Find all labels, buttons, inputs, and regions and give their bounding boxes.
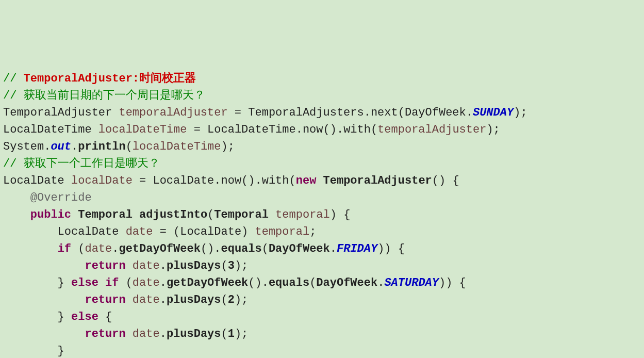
code-token: getDayOfWeek bbox=[167, 276, 248, 289]
code-token: System. bbox=[3, 140, 51, 153]
code-token: // 获取下一个工作日是哪天？ bbox=[3, 157, 160, 170]
code-token: else bbox=[71, 311, 98, 323]
code-token: LocalDate bbox=[3, 174, 71, 187]
code-token: localDateTime bbox=[133, 140, 221, 153]
code-token: } bbox=[3, 276, 71, 289]
code-token: // 获取当前日期的下一个周日是哪天？ bbox=[3, 89, 205, 102]
code-token: 2 bbox=[228, 294, 235, 306]
code-token: (). bbox=[248, 276, 269, 289]
code-token: temporalAdjuster bbox=[377, 123, 486, 136]
code-line: System.out.println(localDateTime); bbox=[3, 138, 641, 155]
code-token: SUNDAY bbox=[473, 106, 514, 119]
code-token: 1 bbox=[228, 328, 235, 340]
code-token bbox=[126, 259, 133, 272]
code-token: ); bbox=[235, 259, 248, 272]
code-token: plusDays bbox=[167, 259, 221, 272]
code-line: LocalDate date = (LocalDate) temporal; bbox=[3, 223, 641, 240]
code-token: TemporalAdjuster bbox=[323, 174, 432, 187]
code-token: ); bbox=[221, 140, 235, 153]
code-token bbox=[3, 259, 85, 272]
code-token: SATURDAY bbox=[384, 276, 439, 289]
code-token: . bbox=[160, 259, 167, 272]
code-token: date bbox=[126, 225, 153, 238]
code-token: date bbox=[133, 276, 160, 289]
code-token: LocalDate bbox=[3, 225, 126, 238]
code-token: if bbox=[58, 242, 71, 255]
code-token bbox=[269, 208, 275, 221]
code-token: new bbox=[296, 174, 317, 187]
code-token: ( bbox=[262, 242, 269, 255]
code-token: ( bbox=[207, 208, 214, 221]
code-token: date bbox=[133, 259, 160, 272]
code-token: localDate bbox=[71, 174, 133, 187]
code-token: () { bbox=[432, 174, 459, 187]
code-token: ().with( bbox=[241, 174, 296, 187]
code-token: = LocalDate. bbox=[133, 174, 221, 187]
code-token: date bbox=[133, 328, 160, 340]
code-token: TemporalAdjuster bbox=[3, 106, 119, 119]
code-token: now bbox=[303, 123, 323, 136]
code-token: ( bbox=[119, 276, 132, 289]
code-token: LocalDateTime bbox=[3, 123, 98, 136]
code-token: plusDays bbox=[167, 294, 221, 306]
code-token: localDateTime bbox=[98, 123, 187, 136]
code-token: TemporalAdjuster:时间校正器 bbox=[24, 72, 196, 85]
code-token: 3 bbox=[228, 259, 235, 272]
code-line: LocalDate localDate = LocalDate.now().wi… bbox=[3, 172, 641, 189]
code-line: // 获取当前日期的下一个周日是哪天？ bbox=[3, 87, 641, 104]
code-token: ); bbox=[486, 123, 500, 136]
code-token bbox=[71, 208, 78, 221]
code-token: ); bbox=[514, 106, 527, 119]
code-token: ( bbox=[71, 242, 85, 255]
code-token: ().with( bbox=[323, 123, 378, 136]
code-token bbox=[3, 328, 85, 340]
code-line: return date.plusDays(1); bbox=[3, 326, 641, 343]
code-token: ); bbox=[235, 328, 248, 340]
code-token: ( bbox=[309, 276, 316, 289]
code-token: Temporal bbox=[214, 208, 269, 221]
code-token: adjustInto bbox=[139, 208, 207, 221]
code-token bbox=[3, 208, 30, 221]
code-line: // TemporalAdjuster:时间校正器 bbox=[3, 70, 641, 87]
code-token: = LocalDateTime. bbox=[187, 123, 302, 136]
code-token: date bbox=[133, 294, 160, 306]
code-token: public bbox=[30, 208, 71, 221]
code-token bbox=[316, 174, 323, 187]
code-token: temporal bbox=[275, 208, 330, 221]
code-token: } bbox=[3, 345, 64, 357]
code-token: ( bbox=[221, 259, 228, 272]
code-token bbox=[3, 191, 30, 204]
code-token: . bbox=[377, 276, 384, 289]
code-line: } else if (date.getDayOfWeek().equals(Da… bbox=[3, 274, 641, 291]
code-token bbox=[133, 208, 139, 221]
code-token: . bbox=[71, 140, 78, 153]
code-line: return date.plusDays(2); bbox=[3, 291, 641, 308]
code-line: return date.plusDays(3); bbox=[3, 257, 641, 274]
code-token bbox=[126, 328, 133, 340]
code-token: (DayOfWeek. bbox=[398, 106, 473, 119]
code-token: equals bbox=[221, 242, 262, 255]
code-line: if (date.getDayOfWeek().equals(DayOfWeek… bbox=[3, 240, 641, 257]
code-token bbox=[3, 242, 58, 255]
code-token: @Override bbox=[30, 191, 92, 204]
code-token: plusDays bbox=[167, 328, 221, 340]
code-token bbox=[3, 294, 85, 306]
code-token: next bbox=[371, 106, 398, 119]
code-token: else if bbox=[71, 276, 119, 289]
code-line: } bbox=[3, 343, 641, 358]
code-token: ) { bbox=[330, 208, 351, 221]
code-token: . bbox=[160, 276, 167, 289]
code-token: date bbox=[85, 242, 112, 255]
code-token: ); bbox=[235, 294, 248, 306]
code-token: now bbox=[221, 174, 242, 187]
code-token: return bbox=[85, 294, 125, 306]
code-block: // TemporalAdjuster:时间校正器// 获取当前日期的下一个周日… bbox=[0, 68, 644, 358]
code-token: getDayOfWeek bbox=[119, 242, 200, 255]
code-token: . bbox=[160, 294, 167, 306]
code-token: Temporal bbox=[78, 208, 133, 221]
code-token: DayOfWeek bbox=[316, 276, 377, 289]
code-token: return bbox=[85, 328, 125, 340]
code-token: ( bbox=[221, 294, 228, 306]
code-line: } else { bbox=[3, 308, 641, 326]
code-token: return bbox=[85, 259, 125, 272]
